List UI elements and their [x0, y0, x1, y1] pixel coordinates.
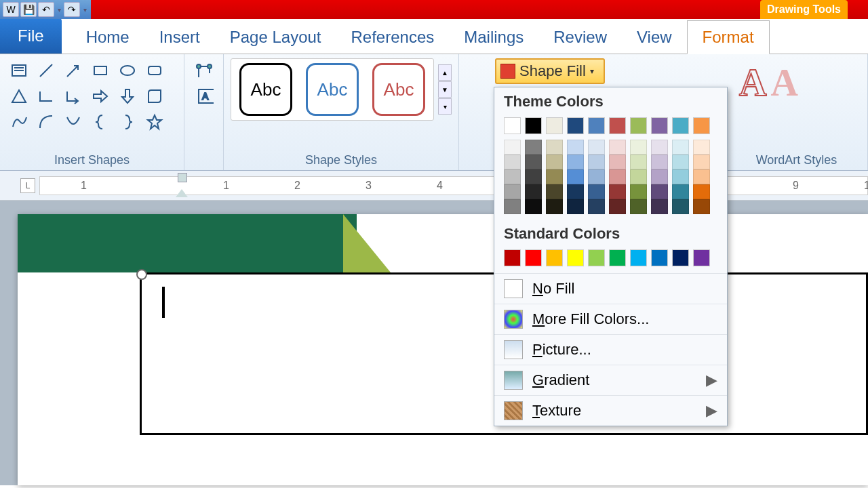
standard-color-swatch[interactable]: [630, 249, 647, 266]
wordart-preset-1[interactable]: A: [739, 61, 766, 104]
shape-star-icon[interactable]: [142, 110, 167, 134]
selection-handle[interactable]: [136, 269, 147, 280]
save-icon[interactable]: 💾: [20, 2, 37, 17]
theme-tint-swatch[interactable]: [546, 169, 563, 184]
standard-color-swatch[interactable]: [504, 249, 521, 266]
theme-tint-swatch[interactable]: [630, 140, 647, 155]
standard-color-swatch[interactable]: [588, 249, 605, 266]
theme-tint-swatch[interactable]: [693, 155, 710, 169]
ruler-track[interactable]: 112345678910: [39, 176, 868, 195]
theme-tint-swatch[interactable]: [609, 169, 626, 184]
theme-tint-swatch[interactable]: [567, 155, 584, 169]
shape-rounded-rect-icon[interactable]: [142, 58, 167, 83]
theme-tint-swatch[interactable]: [672, 184, 689, 199]
style-preset-1[interactable]: Abc: [239, 63, 292, 116]
shape-flowchart-icon[interactable]: [142, 84, 167, 108]
tab-view[interactable]: View: [622, 21, 687, 54]
no-fill-item[interactable]: No Fill: [494, 273, 727, 304]
indent-marker[interactable]: [176, 173, 188, 197]
tab-review[interactable]: Review: [538, 21, 622, 54]
style-preset-3[interactable]: Abc: [372, 63, 425, 116]
theme-tint-swatch[interactable]: [504, 184, 521, 199]
edit-shape-icon[interactable]: [191, 58, 218, 81]
wordart-preset-2[interactable]: A: [770, 61, 797, 104]
theme-tint-swatch[interactable]: [651, 155, 668, 169]
theme-tint-swatch[interactable]: [567, 184, 584, 199]
shape-oval-icon[interactable]: [115, 58, 140, 83]
theme-tint-swatch[interactable]: [672, 140, 689, 155]
standard-color-swatch[interactable]: [672, 249, 689, 266]
theme-tint-swatch[interactable]: [630, 155, 647, 169]
theme-tint-swatch[interactable]: [609, 199, 626, 214]
redo-icon[interactable]: ↷: [64, 2, 80, 17]
theme-tint-swatch[interactable]: [672, 155, 689, 169]
horizontal-ruler[interactable]: L 112345678910: [0, 171, 868, 201]
standard-color-swatch[interactable]: [609, 249, 626, 266]
theme-tint-swatch[interactable]: [609, 184, 626, 199]
theme-tint-swatch[interactable]: [672, 199, 689, 214]
theme-tint-swatch[interactable]: [693, 140, 710, 155]
shape-fill-button[interactable]: Shape Fill ▾: [495, 58, 605, 84]
theme-color-swatch[interactable]: [525, 117, 542, 134]
shape-curve-icon[interactable]: [61, 110, 85, 134]
shape-arc-icon[interactable]: [34, 110, 58, 134]
theme-tint-swatch[interactable]: [504, 140, 521, 155]
shape-triangle-icon[interactable]: [7, 84, 31, 108]
word-icon[interactable]: W: [3, 2, 19, 17]
theme-tint-swatch[interactable]: [651, 199, 668, 214]
theme-tint-swatch[interactable]: [630, 199, 647, 214]
picture-fill-item[interactable]: Picture...: [494, 334, 727, 365]
page[interactable]: [18, 214, 868, 485]
theme-tint-swatch[interactable]: [588, 140, 605, 155]
theme-tint-swatch[interactable]: [693, 184, 710, 199]
shape-styles-gallery[interactable]: Abc Abc Abc: [231, 58, 434, 121]
theme-tint-swatch[interactable]: [630, 184, 647, 199]
theme-tint-swatch[interactable]: [651, 184, 668, 199]
theme-tint-swatch[interactable]: [546, 199, 563, 214]
tab-page-layout[interactable]: Page Layout: [215, 21, 336, 54]
theme-tint-swatch[interactable]: [609, 140, 626, 155]
standard-color-swatch[interactable]: [651, 249, 668, 266]
shape-elbow-icon[interactable]: [34, 84, 58, 108]
draw-textbox-icon[interactable]: A: [191, 84, 218, 107]
theme-tint-swatch[interactable]: [588, 155, 605, 169]
tab-home[interactable]: Home: [71, 21, 144, 54]
theme-tint-swatch[interactable]: [567, 169, 584, 184]
theme-color-swatch[interactable]: [693, 117, 710, 134]
theme-tint-swatch[interactable]: [546, 140, 563, 155]
tab-file[interactable]: File: [0, 18, 62, 54]
shape-right-brace-icon[interactable]: [115, 110, 140, 134]
shape-arrow-line-icon[interactable]: [61, 58, 85, 83]
shape-freeform-icon[interactable]: [7, 110, 31, 134]
theme-tint-swatch[interactable]: [630, 169, 647, 184]
theme-color-swatch[interactable]: [609, 117, 626, 134]
shape-rectangle-icon[interactable]: [88, 58, 113, 83]
gradient-fill-item[interactable]: Gradient ▶: [494, 365, 727, 395]
shape-down-arrow-icon[interactable]: [115, 84, 140, 108]
theme-tint-swatch[interactable]: [546, 155, 563, 169]
standard-color-swatch[interactable]: [546, 249, 563, 266]
theme-tint-swatch[interactable]: [525, 184, 542, 199]
green-banner-shape[interactable]: [18, 214, 357, 272]
theme-tint-swatch[interactable]: [651, 140, 668, 155]
theme-color-swatch[interactable]: [504, 117, 521, 134]
theme-tint-swatch[interactable]: [504, 199, 521, 214]
style-preset-2[interactable]: Abc: [306, 63, 359, 116]
more-fill-colors-item[interactable]: More Fill Colors...: [494, 304, 727, 334]
shape-right-arrow-icon[interactable]: [88, 84, 113, 108]
theme-tint-swatch[interactable]: [525, 199, 542, 214]
standard-color-swatch[interactable]: [567, 249, 584, 266]
qat-dropdown-icon[interactable]: ▾: [81, 6, 88, 14]
theme-tint-swatch[interactable]: [504, 155, 521, 169]
theme-tint-swatch[interactable]: [672, 169, 689, 184]
tab-mailings[interactable]: Mailings: [449, 21, 538, 54]
shape-elbow-arrow-icon[interactable]: [61, 84, 85, 108]
theme-tint-swatch[interactable]: [525, 155, 542, 169]
theme-color-swatch[interactable]: [567, 117, 584, 134]
theme-tint-swatch[interactable]: [504, 169, 521, 184]
tab-selector[interactable]: L: [20, 178, 35, 193]
theme-tint-swatch[interactable]: [693, 199, 710, 214]
tab-references[interactable]: References: [336, 21, 450, 54]
theme-tint-swatch[interactable]: [567, 199, 584, 214]
theme-color-swatch[interactable]: [672, 117, 689, 134]
